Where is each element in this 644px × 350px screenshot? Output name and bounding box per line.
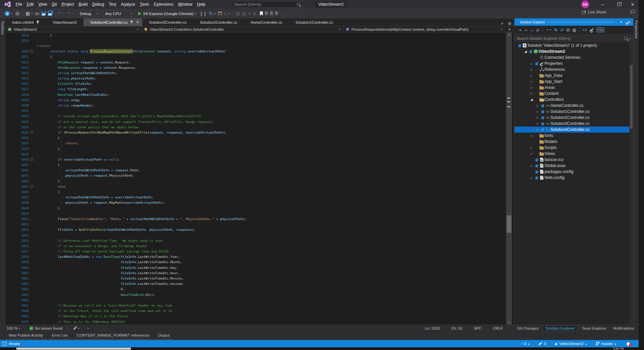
code-line[interactable]: 1043 physicalPath = request.PhysicalPath…: [5, 173, 506, 178]
tree-item-controllers[interactable]: ◢Controllers: [514, 97, 633, 103]
codelens-references[interactable]: 1 reference: [35, 44, 50, 47]
expander-icon[interactable]: ▷: [529, 74, 534, 77]
properties-wrench-icon[interactable]: [590, 29, 594, 30]
tree-item-app-start[interactable]: ▷App_Start: [514, 78, 633, 84]
code-line[interactable]: 1046 {: [5, 189, 506, 194]
dock-tab-git-changes[interactable]: Git Changes: [514, 326, 541, 331]
navigate-forward-icon[interactable]: ►: [15, 11, 20, 16]
open-file-icon[interactable]: 🗁: [35, 11, 39, 16]
search-options-icon[interactable]: ▼: [629, 37, 631, 40]
document-tab-solution3controller-cs[interactable]: Solution3Controller.cs: [142, 18, 193, 26]
breakpoint-margin[interactable]: [5, 222, 20, 227]
breakpoint-margin[interactable]: [5, 270, 20, 276]
code-line[interactable]: 1019: [5, 38, 506, 43]
breakpoint-margin[interactable]: [5, 297, 20, 303]
breakpoint-margin[interactable]: [5, 276, 20, 281]
expander-icon[interactable]: ◢: [523, 50, 528, 53]
breakpoint-margin[interactable]: [5, 151, 20, 157]
breakpoint-margin[interactable]: [5, 189, 20, 194]
code-line[interactable]: 1027 long fileLength;: [5, 86, 506, 92]
expander-icon[interactable]: ▷: [529, 62, 534, 65]
dock-tab-notifications[interactable]: Notifications: [611, 326, 637, 331]
branch-picker[interactable]: master▲: [596, 342, 617, 346]
tab-options-gear-icon[interactable]: ⚙: [508, 21, 511, 26]
breakpoint-margin[interactable]: [5, 205, 20, 211]
split-editor-button[interactable]: ╪: [505, 26, 513, 32]
search-box[interactable]: Search (Ctrl+Q): [232, 1, 303, 8]
code-line[interactable]: 1052: [5, 222, 506, 227]
code-line[interactable]: 1058 lastModifiedInUtc = new DateTime(fi…: [5, 254, 506, 259]
code-line[interactable]: 1038 }: [5, 146, 506, 151]
scroll-up-icon[interactable]: ▲: [506, 32, 512, 37]
tree-item-solution4controller-cs[interactable]: ▷C#Solution4Controller.cs: [514, 127, 633, 133]
search-icon[interactable]: [624, 37, 628, 40]
tree-item-solution-videostream2-1-of-1-project-[interactable]: Solution 'VideoStream2' (1 of 1 project): [514, 42, 633, 48]
menu-test[interactable]: Test: [107, 1, 119, 8]
menu-project[interactable]: Project: [59, 1, 76, 8]
code-line[interactable]: 1070 // This is to fix VSWhidbey #402323: [5, 319, 506, 324]
background-tasks-icon[interactable]: [3, 342, 6, 346]
code-line[interactable]: 1034 // or the cache policy that we appl…: [5, 124, 506, 130]
tree-item-app-data[interactable]: ▷App_Data: [514, 72, 633, 78]
breakpoint-margin[interactable]: [5, 76, 20, 81]
breakpoint-margin[interactable]: [5, 216, 20, 221]
start-debugging-button[interactable]: IIS Express (Google Chrome)▼: [138, 12, 197, 16]
expander-icon[interactable]: ▷: [529, 146, 534, 149]
refresh-icon[interactable]: ↻: [554, 28, 557, 32]
breakpoint-margin[interactable]: [5, 146, 20, 151]
breakpoint-margin[interactable]: [5, 184, 20, 189]
fold-collapse-icon[interactable]: −: [30, 158, 33, 161]
code-line[interactable]: 1018 }: [5, 32, 506, 38]
redo-icon[interactable]: ↷: [67, 11, 70, 16]
tree-item-homecontroller-cs[interactable]: ▷C#HomeController.cs: [514, 103, 633, 109]
breakpoint-margin[interactable]: [5, 232, 20, 238]
expander-icon[interactable]: ▷: [529, 80, 534, 83]
code-line[interactable]: 1023 HttpResponse response = context.Res…: [5, 65, 506, 70]
menu-edit[interactable]: Edit: [24, 1, 36, 8]
code-line[interactable]: 1060 fileInfo.LastWriteTimeUtc.Day,: [5, 265, 506, 270]
code-line[interactable]: 1048 physicalPath = request.MapPath(over…: [5, 200, 506, 205]
tree-item-content[interactable]: ▷Content: [514, 91, 633, 97]
undo-icon[interactable]: ↶: [58, 11, 61, 16]
sync-with-active-document-icon[interactable]: ⇄: [536, 28, 539, 32]
code-line[interactable]: 1036 {: [5, 135, 506, 141]
tree-item-packages-config[interactable]: packages.config: [514, 169, 633, 175]
breakpoint-margin[interactable]: [5, 195, 20, 200]
breakpoint-margin[interactable]: [5, 38, 20, 43]
code-line[interactable]: 1047 virtualPathWithPathInfo = overrideV…: [5, 195, 506, 200]
breakpoint-margin[interactable]: [5, 303, 20, 308]
breakpoint-margin[interactable]: [5, 238, 20, 243]
tree-item-solution2controller-cs[interactable]: ▷C#Solution2Controller.cs: [514, 115, 633, 121]
pin-icon[interactable]: [36, 20, 39, 24]
solution-explorer-scrollbar[interactable]: [629, 42, 633, 325]
code-line[interactable]: 1056 // if we encounter a Range: and If-…: [5, 243, 506, 248]
tree-item-favicon-ico[interactable]: favicon.ico: [514, 157, 633, 163]
panel-tab--content-range-format-references[interactable]: 'CONTENT_RANGE_FORMAT' references: [73, 332, 153, 340]
column-indicator[interactable]: Ch: 52: [451, 326, 462, 330]
expander-icon[interactable]: ▷: [529, 68, 534, 71]
toolbox-side-tab[interactable]: Toolbox: [0, 18, 5, 325]
tree-item-fonts[interactable]: ▷fonts: [514, 133, 633, 139]
code-line[interactable]: 1067 // Because we can't set a "Last-Mod…: [5, 303, 506, 308]
solution-explorer-search-box[interactable]: Search Solution Explorer (Ctrl+ç) ▼: [514, 35, 633, 42]
breakpoint-margin[interactable]: [5, 211, 20, 216]
code-line[interactable]: 1024 string virtualPathWithPathInfo;: [5, 70, 506, 75]
breakpoint-margin[interactable]: [5, 92, 20, 97]
code-line[interactable]: 1025 string physicalPath;: [5, 76, 506, 81]
new-project-icon[interactable]: ▤: [26, 11, 30, 16]
menu-git[interactable]: Git: [49, 1, 59, 8]
feedback-icon[interactable]: [631, 10, 635, 13]
code-line[interactable]: 1065 DateTimeKind.Utc);: [5, 292, 506, 297]
minimize-button[interactable]: ─: [595, 0, 610, 9]
breakpoint-margin[interactable]: [5, 59, 20, 65]
code-line[interactable]: 1032 // custom virtual path providers th…: [5, 114, 506, 119]
solution-explorer-title-bar[interactable]: Solution Explorer ▼ ✕: [514, 18, 633, 26]
update-icon[interactable]: ↺: [560, 28, 564, 32]
save-icon[interactable]: [41, 11, 46, 16]
tree-item-scripts[interactable]: ▷Scripts: [514, 145, 633, 151]
breakpoint-margin[interactable]: [5, 130, 20, 135]
panel-tab-error-list[interactable]: Error List: [48, 332, 71, 340]
menu-build[interactable]: Build: [76, 1, 90, 8]
breakpoint-margin[interactable]: [5, 54, 20, 59]
code-line[interactable]: 1059 fileInfo.LastWriteTimeUtc.Month,: [5, 259, 506, 265]
